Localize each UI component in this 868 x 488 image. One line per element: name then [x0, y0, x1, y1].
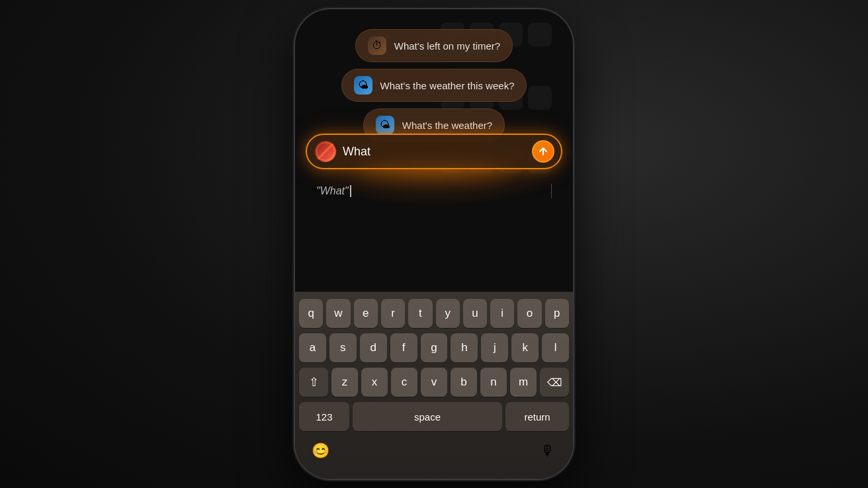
key-p[interactable]: p — [545, 299, 569, 328]
siri-submit-button[interactable] — [532, 140, 554, 163]
key-x[interactable]: x — [361, 368, 388, 397]
input-glow — [357, 166, 511, 179]
siri-input-area: What — [306, 134, 562, 169]
key-t[interactable]: t — [408, 299, 432, 328]
key-r[interactable]: r — [381, 299, 405, 328]
siri-input-text[interactable]: What — [343, 145, 525, 159]
key-k[interactable]: k — [511, 333, 539, 362]
return-key[interactable]: return — [505, 402, 569, 431]
suggestion-timer-text: What's left on my timer? — [394, 40, 500, 52]
key-g[interactable]: g — [421, 333, 448, 362]
weather-week-icon: 🌤 — [354, 76, 372, 95]
space-key[interactable]: space — [353, 402, 502, 431]
siri-input-bar[interactable]: What — [306, 134, 562, 169]
keyboard-row-4: 123 space return — [299, 402, 569, 431]
suggestion-timer[interactable]: ⏱ What's left on my timer? — [355, 29, 513, 62]
siri-logo-border — [316, 142, 335, 161]
keyboard-rows: q w e r t y u i o p a s d f g — [299, 299, 569, 431]
keyboard-row-1: q w e r t y u i o p — [299, 299, 569, 328]
suggestion-weather-text: What's the weather? — [402, 120, 492, 131]
key-i[interactable]: i — [490, 299, 514, 328]
weather-icon: 🌤 — [376, 116, 394, 134]
key-n[interactable]: n — [480, 368, 507, 397]
timer-icon: ⏱ — [368, 36, 386, 55]
autocomplete-divider — [551, 184, 552, 198]
key-a[interactable]: a — [299, 333, 326, 362]
microphone-button[interactable]: 🎙 — [533, 436, 562, 466]
phone-background: ⏱ What's left on my timer? 🌤 What's the … — [295, 9, 573, 479]
suggestion-weather-week-text: What's the weather this week? — [380, 80, 515, 91]
shift-key[interactable]: ⇧ — [299, 368, 328, 397]
key-l[interactable]: l — [542, 333, 569, 362]
siri-logo — [315, 141, 336, 162]
autocomplete-suggestion: "What" — [316, 185, 349, 197]
keyboard-row-3: ⇧ z x c v b n m ⌫ — [299, 368, 569, 397]
key-v[interactable]: v — [421, 368, 447, 397]
key-c[interactable]: c — [391, 368, 417, 397]
suggestion-weather-week[interactable]: 🌤 What's the weather this week? — [341, 69, 527, 102]
key-m[interactable]: m — [510, 368, 537, 397]
key-b[interactable]: b — [451, 368, 477, 397]
keyboard-row-2: a s d f g h j k l — [299, 333, 569, 362]
key-e[interactable]: e — [354, 299, 378, 328]
delete-key[interactable]: ⌫ — [540, 368, 569, 397]
key-q[interactable]: q — [299, 299, 323, 328]
autocomplete-area: "What" — [306, 180, 562, 202]
key-h[interactable]: h — [451, 333, 478, 362]
key-d[interactable]: d — [360, 333, 387, 362]
key-w[interactable]: w — [326, 299, 350, 328]
emoji-button[interactable]: 😊 — [306, 436, 335, 466]
text-cursor — [350, 185, 351, 197]
keyboard-bottom-row: 😊 🎙 — [299, 431, 569, 479]
phone-shell: ⏱ What's left on my timer? 🌤 What's the … — [295, 9, 573, 479]
key-j[interactable]: j — [481, 333, 508, 362]
keyboard: q w e r t y u i o p a s d f g — [295, 292, 573, 479]
key-f[interactable]: f — [390, 333, 417, 362]
key-o[interactable]: o — [517, 299, 541, 328]
siri-suggestions: ⏱ What's left on my timer? 🌤 What's the … — [311, 29, 557, 142]
numbers-key[interactable]: 123 — [299, 402, 349, 431]
key-u[interactable]: u — [463, 299, 487, 328]
key-z[interactable]: z — [331, 368, 358, 397]
key-y[interactable]: y — [436, 299, 460, 328]
key-s[interactable]: s — [329, 333, 357, 362]
